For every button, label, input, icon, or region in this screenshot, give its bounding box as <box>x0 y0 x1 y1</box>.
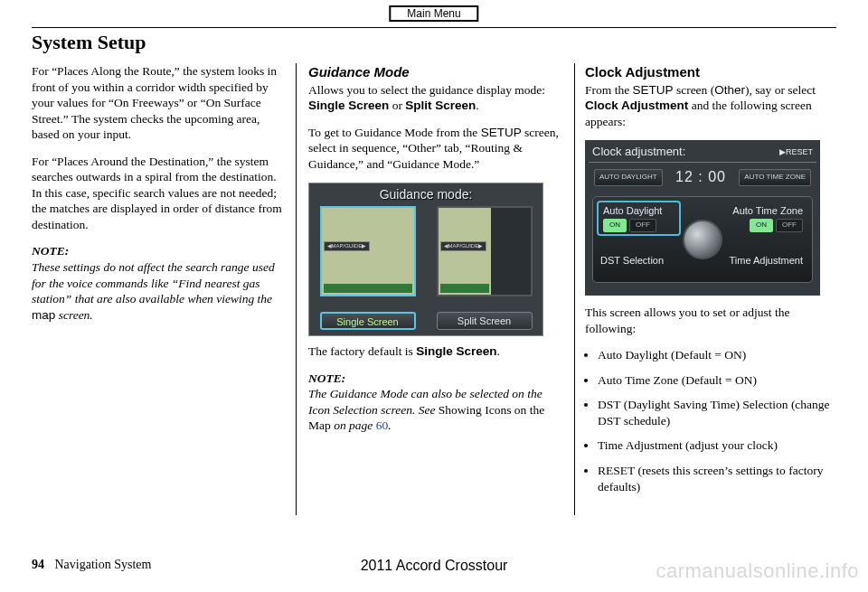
off-pill[interactable]: OFF <box>629 219 656 231</box>
header-rule <box>32 27 836 28</box>
single-screen-term: Single Screen <box>308 99 389 112</box>
ca-text-a: From the <box>585 83 633 97</box>
control-knob-icon[interactable] <box>683 220 722 259</box>
clock-adjust-description: This screen allows you to set or adjust … <box>585 305 836 336</box>
reset-button[interactable]: ▶RESET <box>779 147 813 158</box>
off-pill-2[interactable]: OFF <box>776 219 803 231</box>
auto-daylight-chip: AUTO DAYLIGHT <box>594 169 663 185</box>
note-text-b: screen. <box>55 308 92 322</box>
other-keyword: Other <box>714 83 745 97</box>
main-menu-button[interactable]: Main Menu <box>389 5 478 22</box>
clock-adjustment-screenshot: Clock adjustment: ▶RESET AUTO DAYLIGHT 1… <box>585 140 820 296</box>
note-block: NOTE: These settings do not affect the s… <box>32 243 283 323</box>
footer-model-year: 2011 Accord Crosstour <box>361 558 508 574</box>
note-label: NOTE: <box>32 244 69 258</box>
auto-daylight-option[interactable]: Auto Daylight ON OFF <box>597 201 681 236</box>
gm-note-c: . <box>388 418 391 432</box>
split-screen-button[interactable]: Split Screen <box>437 312 533 330</box>
clock-settings-list: Auto Daylight (Default = ON) Auto Time Z… <box>598 347 836 494</box>
list-item: RESET (resets this screen’s settings to … <box>598 463 836 494</box>
column-1: For “Places Along the Route,” the system… <box>32 63 296 503</box>
gm-split-panel-icon <box>491 208 531 295</box>
on-pill-2[interactable]: ON <box>750 219 773 231</box>
factory-default-caption: The factory default is Single Screen. <box>308 343 560 360</box>
note-text-a: These settings do not affect the search … <box>32 260 275 305</box>
places-around-destination-paragraph: For “Places Around the Destination,” the… <box>32 154 283 233</box>
auto-timezone-option[interactable]: Auto Time Zone ON OFF <box>721 202 812 235</box>
gm-map-split: ◀MAP/GUIDE▶ <box>437 206 533 296</box>
gm-screenshot-title: Guidance mode: <box>309 183 542 202</box>
gm-text-period: . <box>476 99 478 112</box>
clock-adjustment-heading: Clock Adjustment <box>585 63 836 81</box>
auto-daylight-toggle: ON OFF <box>603 219 675 231</box>
ca-text-b: screen ( <box>674 83 715 97</box>
map-keyword: map <box>32 308 55 322</box>
on-pill[interactable]: ON <box>603 219 627 231</box>
auto-daylight-label: Auto Daylight <box>603 204 675 217</box>
caption-a: The factory default is <box>308 344 416 358</box>
auto-timezone-toggle: ON OFF <box>728 219 803 231</box>
dst-selection-option[interactable]: DST Selection <box>593 251 684 269</box>
page-number: 94 <box>32 558 44 571</box>
gm-note-b: on page <box>331 418 376 432</box>
guidance-mode-intro: Allows you to select the guidance displa… <box>308 82 560 114</box>
column-3: Clock Adjustment From the SETUP screen (… <box>572 63 836 503</box>
gm-note-label: NOTE: <box>308 371 345 385</box>
single-screen-button[interactable]: Single Screen <box>320 312 416 330</box>
clock-time: 12 : 00 <box>675 168 726 187</box>
ca-text-c: ), say or select <box>745 83 816 97</box>
gm-howto-a: To get to Guidance Mode from the <box>308 126 481 139</box>
gm-map-single: ◀MAP/GUIDE▶ <box>320 206 416 296</box>
list-item: Time Adjustment (adjust your clock) <box>598 437 836 454</box>
ca-screenshot-title: Clock adjustment: <box>592 145 685 160</box>
ca-screenshot-title-row: Clock adjustment: ▶RESET <box>585 140 820 162</box>
list-item: Auto Daylight (Default = ON) <box>598 347 836 363</box>
gm-note-block: NOTE: The Guidance Mode can also be sele… <box>308 371 560 434</box>
auto-timezone-label: Auto Time Zone <box>728 204 803 217</box>
gm-button-row: Single Screen Split Screen <box>309 312 542 330</box>
single-screen-default: Single Screen <box>416 344 496 358</box>
gm-map-row: ◀MAP/GUIDE▶ ◀MAP/GUIDE▶ <box>309 206 542 296</box>
gm-greenbar-icon <box>324 284 412 293</box>
footer-section-label: Navigation System <box>55 558 152 571</box>
page-link-60[interactable]: 60 <box>376 418 389 432</box>
auto-timezone-chip: AUTO TIME ZONE <box>739 169 811 185</box>
page-title: System Setup <box>32 31 146 54</box>
ca-panel: Auto Daylight ON OFF DST Selection Auto … <box>592 196 813 283</box>
setup-keyword: SETUP <box>481 126 522 139</box>
time-adjustment-option[interactable]: Time Adjustment <box>721 251 812 269</box>
split-screen-term: Split Screen <box>405 99 476 112</box>
gm-greenbar-icon-2 <box>440 284 489 293</box>
note-body: These settings do not affect the search … <box>32 260 275 322</box>
watermark: carmanualsonline.info <box>656 559 859 583</box>
map-guide-label-2: ◀MAP/GUIDE▶ <box>440 241 487 252</box>
guidance-mode-screenshot: Guidance mode: ◀MAP/GUIDE▶ ◀MAP/GUIDE▶ S… <box>308 183 543 336</box>
content-area: For “Places Along the Route,” the system… <box>32 63 836 503</box>
setup-keyword-2: SETUP <box>633 83 674 97</box>
clock-adjustment-term: Clock Adjustment <box>585 99 688 112</box>
list-item: Auto Time Zone (Default = ON) <box>598 372 836 389</box>
gm-text-or: or <box>389 99 405 112</box>
guidance-mode-heading: Guidance Mode <box>308 63 560 81</box>
gm-text-a: Allows you to select the guidance displa… <box>308 83 545 97</box>
places-along-route-paragraph: For “Places Along the Route,” the system… <box>32 63 283 143</box>
map-guide-label: ◀MAP/GUIDE▶ <box>324 241 371 252</box>
ca-status-row: AUTO DAYLIGHT 12 : 00 AUTO TIME ZONE <box>585 163 820 193</box>
guidance-mode-howto: To get to Guidance Mode from the SETUP s… <box>308 125 560 173</box>
column-2: Guidance Mode Allows you to select the g… <box>296 63 572 503</box>
caption-c: . <box>497 344 500 358</box>
clock-adjustment-intro: From the SETUP screen (Other), say or se… <box>585 82 836 130</box>
list-item: DST (Daylight Saving Time) Selection (ch… <box>598 397 836 428</box>
